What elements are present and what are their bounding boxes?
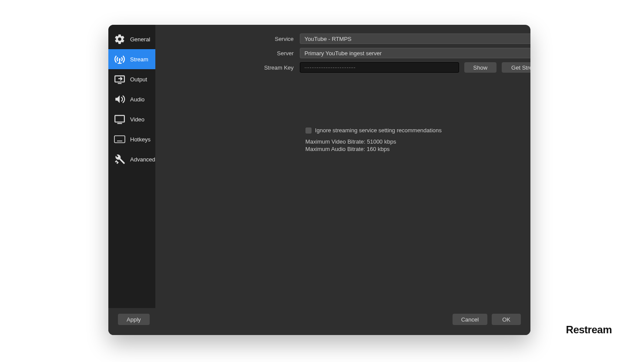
restream-watermark: Restream [566,324,612,336]
video-icon [114,113,126,125]
max-video-bitrate-text: Maximum Video Bitrate: 51000 kbps [305,138,530,146]
server-label: Server [155,50,300,57]
sidebar-item-hotkeys[interactable]: Hotkeys [108,129,155,149]
advanced-icon [114,153,126,165]
server-select[interactable]: Primary YouTube ingest server [300,48,530,58]
apply-button[interactable]: Apply [118,314,150,325]
sidebar-item-label: Stream [130,56,148,63]
output-icon [114,73,126,85]
stream-key-input[interactable]: ····························· [300,62,459,73]
ok-button[interactable]: OK [492,314,521,325]
settings-panel-stream: Service YouTube - RTMPS Server Primary Y… [155,25,530,308]
ignore-recommendations-row: Ignore streaming service setting recomme… [305,127,530,134]
sidebar-item-audio[interactable]: Audio [108,89,155,109]
sidebar-item-output[interactable]: Output [108,69,155,89]
service-row: Service YouTube - RTMPS [155,34,530,44]
settings-window: General Stream Output Audio [108,25,530,335]
stream-key-row: Stream Key ·····························… [155,62,530,73]
sidebar-item-label: Advanced [130,156,155,163]
ignore-recommendations-checkbox[interactable] [305,127,312,134]
sidebar-item-general[interactable]: General [108,29,155,49]
sidebar-item-label: Hotkeys [130,136,151,143]
service-label: Service [155,36,300,42]
sidebar-item-label: General [130,36,150,43]
sidebar-item-label: Video [130,116,144,123]
settings-sidebar: General Stream Output Audio [108,25,155,308]
show-button[interactable]: Show [464,62,496,73]
get-stream-key-button[interactable]: Get Stream Key [502,62,530,73]
sidebar-item-label: Output [130,76,147,83]
ignore-recommendations-label: Ignore streaming service setting recomme… [315,127,442,134]
hotkeys-icon [114,133,126,145]
svg-rect-3 [114,136,125,143]
svg-rect-2 [115,115,124,122]
stream-key-masked: ····························· [305,65,356,70]
service-select[interactable]: YouTube - RTMPS [300,34,530,44]
max-audio-bitrate-text: Maximum Audio Bitrate: 160 kbps [305,145,530,153]
settings-footer: Apply Cancel OK [108,308,530,335]
server-value: Primary YouTube ingest server [305,50,382,57]
audio-icon [114,93,126,105]
stream-key-label: Stream Key [155,64,300,71]
service-value: YouTube - RTMPS [305,36,352,42]
server-row: Server Primary YouTube ingest server [155,48,530,58]
sidebar-item-advanced[interactable]: Advanced [108,149,155,169]
sidebar-item-stream[interactable]: Stream [108,49,155,69]
cancel-button[interactable]: Cancel [453,314,487,325]
sidebar-item-video[interactable]: Video [108,109,155,129]
gear-icon [114,33,126,45]
stream-icon [114,53,126,65]
sidebar-item-label: Audio [130,96,144,103]
window-body: General Stream Output Audio [108,25,530,308]
stream-info-block: Ignore streaming service setting recomme… [155,127,530,153]
